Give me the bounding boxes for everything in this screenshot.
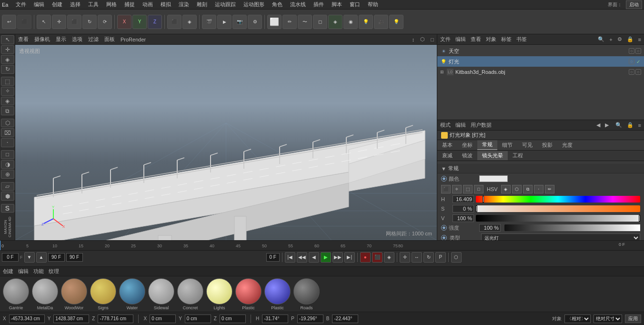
interface-mode[interactable]: 启动 bbox=[626, 0, 642, 9]
mat-water[interactable]: Water bbox=[119, 278, 145, 310]
render-settings-button[interactable]: ⚙ bbox=[248, 15, 262, 29]
sky-vis[interactable]: ○ bbox=[629, 48, 634, 54]
fps-input[interactable] bbox=[48, 253, 65, 262]
props-mode-btn[interactable]: 模式 bbox=[440, 122, 451, 129]
end-frame-input[interactable] bbox=[66, 253, 83, 262]
viewport-render-button[interactable]: 🎬 bbox=[202, 15, 216, 29]
mat-plastic-blue[interactable]: Plastic bbox=[264, 278, 291, 310]
viewport-3d[interactable]: X Y Z 透视视图 网格间距：1000 cm bbox=[15, 45, 437, 240]
obj-file-btn[interactable]: 文件 bbox=[440, 36, 451, 43]
cube-prim-button[interactable]: ⬜ bbox=[267, 15, 282, 29]
rot-p-input[interactable] bbox=[297, 315, 323, 323]
x-axis-button[interactable]: X bbox=[117, 15, 131, 29]
play-btn[interactable]: ▶ bbox=[321, 252, 331, 263]
effector-button[interactable]: ◉ bbox=[343, 15, 358, 29]
color-picker-btn3[interactable]: ⬚ bbox=[463, 185, 473, 193]
scale-key-btn[interactable]: ↔ bbox=[412, 252, 422, 263]
sidebar-point[interactable]: ⬝ bbox=[1, 138, 14, 147]
goto-start-btn[interactable]: |◀ bbox=[285, 252, 295, 263]
type-select[interactable]: 远光灯 bbox=[481, 234, 640, 240]
props-nav-next[interactable]: ▶ bbox=[605, 122, 609, 128]
menu-mograph[interactable]: 运动图形 bbox=[242, 0, 266, 9]
vp-icon2[interactable]: ⬡ bbox=[420, 36, 425, 42]
sidebar-camera2[interactable]: ⬢ bbox=[1, 192, 14, 201]
mat-sidewal[interactable]: Sidewal bbox=[148, 278, 174, 310]
color-picker-btn4[interactable]: □ bbox=[474, 185, 483, 193]
rot-h-input[interactable] bbox=[262, 315, 288, 323]
props-tab-photometric[interactable]: 光度 bbox=[557, 140, 577, 150]
h-slider-container[interactable] bbox=[476, 196, 640, 203]
cube-button[interactable]: ⬛ bbox=[167, 15, 181, 29]
color-pipette-btn[interactable]: ✏ bbox=[545, 185, 554, 193]
tl-arrow-up-1[interactable]: ▲ bbox=[36, 252, 47, 263]
move-key-btn[interactable]: ✛ bbox=[400, 252, 410, 263]
color-mode-btn[interactable]: ◈ bbox=[501, 185, 511, 193]
v-value[interactable]: 100 % bbox=[453, 214, 474, 222]
obj-edit-btn[interactable]: 编辑 bbox=[455, 36, 466, 43]
props-more2[interactable]: ≡ bbox=[638, 122, 641, 128]
menu-select[interactable]: 选择 bbox=[68, 0, 82, 9]
mat-metalda[interactable]: MetalDa bbox=[32, 278, 58, 310]
menu-window[interactable]: 窗口 bbox=[348, 0, 362, 9]
mat-woodwor[interactable]: WoodWor bbox=[61, 278, 87, 310]
play-mode-btn[interactable]: P bbox=[435, 252, 446, 263]
roads-lock[interactable]: ○ bbox=[635, 69, 641, 75]
auto-key-btn[interactable]: ⬛ bbox=[372, 252, 382, 263]
sidebar-model[interactable]: □ bbox=[1, 150, 14, 159]
color-paste-btn[interactable]: ⬝ bbox=[534, 185, 543, 193]
sky-lock[interactable]: ○ bbox=[635, 48, 641, 54]
tl-arrow-down-1[interactable]: ▼ bbox=[24, 252, 35, 263]
props-search[interactable]: 🔍 bbox=[615, 122, 622, 128]
color-radio[interactable] bbox=[441, 176, 447, 182]
menu-edit[interactable]: 编辑 bbox=[32, 0, 46, 9]
mat-gantrie[interactable]: Gantrie bbox=[3, 278, 29, 310]
menu-character[interactable]: 角色 bbox=[270, 0, 284, 9]
props-subtab-falloff[interactable]: 衰减 bbox=[437, 151, 457, 160]
obj-bookmark-btn[interactable]: 书签 bbox=[516, 36, 527, 43]
coord-mode-select[interactable]: 〈相对〉 bbox=[564, 315, 591, 323]
s-value[interactable]: 0 % bbox=[453, 205, 474, 213]
vp-icon3[interactable]: □ bbox=[431, 37, 434, 42]
sidebar-rotate[interactable]: ↻ bbox=[1, 65, 14, 74]
menu-tools[interactable]: 工具 bbox=[86, 0, 101, 9]
sidebar-snap[interactable]: ⊕ bbox=[1, 170, 14, 179]
scene-obj-light[interactable]: 💡 灯光 ○ ✓ bbox=[437, 56, 644, 67]
pos-y-input[interactable] bbox=[53, 315, 89, 323]
vp-camera[interactable]: 摄像机 bbox=[34, 36, 50, 43]
mat-concret[interactable]: Concret bbox=[177, 278, 203, 310]
sidebar-s[interactable]: S bbox=[1, 204, 14, 213]
menu-motion-track[interactable]: 运动跟踪 bbox=[213, 0, 238, 9]
goto-end-btn[interactable]: ▶| bbox=[344, 252, 355, 263]
color-copy-btn[interactable]: ⧉ bbox=[523, 185, 533, 193]
vp-options[interactable]: 选项 bbox=[72, 36, 82, 43]
obj-settings-icon[interactable]: ⚙ bbox=[617, 36, 622, 42]
color-swatch[interactable] bbox=[479, 175, 508, 182]
h-value[interactable]: 16.409 bbox=[453, 195, 474, 203]
record-btn[interactable]: ● bbox=[360, 252, 371, 263]
roads-vis[interactable]: ○ bbox=[629, 69, 634, 75]
sidebar-poly[interactable]: ⬡ bbox=[1, 119, 14, 128]
obj-add-icon[interactable]: + bbox=[609, 37, 612, 42]
vp-display[interactable]: 显示 bbox=[56, 36, 66, 43]
props-tab-visible[interactable]: 可见 bbox=[517, 140, 537, 150]
mat-edit-btn[interactable]: 编辑 bbox=[18, 268, 29, 275]
spline-button[interactable]: 〜 bbox=[298, 15, 312, 29]
size-z-input[interactable] bbox=[220, 315, 246, 323]
preview-start[interactable] bbox=[266, 253, 280, 262]
s-slider-container[interactable] bbox=[476, 205, 640, 212]
props-tab-shadow[interactable]: 投影 bbox=[537, 140, 557, 150]
obj-tag-btn[interactable]: 标签 bbox=[501, 36, 512, 43]
intensity-slider[interactable] bbox=[504, 224, 640, 231]
props-lock2[interactable]: 🔒 bbox=[627, 122, 634, 128]
type-radio[interactable] bbox=[441, 235, 447, 240]
color-picker-btn1[interactable]: ⬛ bbox=[441, 185, 451, 193]
vp-prorender[interactable]: ProRender bbox=[121, 37, 146, 42]
deform-button[interactable]: ◈ bbox=[328, 15, 342, 29]
current-frame-input[interactable] bbox=[2, 253, 19, 262]
props-tab-general[interactable]: 常规 bbox=[477, 140, 497, 150]
menu-help[interactable]: 帮助 bbox=[366, 0, 380, 9]
scene-obj-roads[interactable]: ⊞ L0 Kitbash3d_Roads.obj ○ ○ bbox=[437, 67, 644, 77]
props-tab-detail[interactable]: 细节 bbox=[497, 140, 517, 150]
mat-texture-btn[interactable]: 纹理 bbox=[49, 268, 59, 275]
v-slider-container[interactable] bbox=[476, 215, 640, 222]
